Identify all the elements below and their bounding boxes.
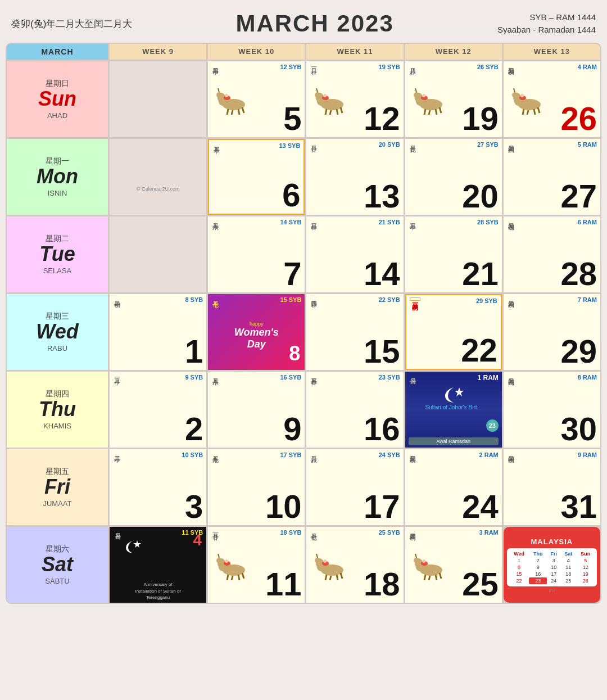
womens-label: Women's: [234, 327, 279, 338]
cell-fri-w9: 二月十二 10 SYB 3: [110, 449, 206, 525]
mini-cell: 22: [509, 577, 529, 584]
cell-wed-w9: 二月初十 8 SYB 1: [110, 294, 206, 370]
day-english-monday: Mon: [37, 166, 78, 187]
svg-point-25: [414, 92, 419, 98]
day-malay-sunday: AHAD: [47, 111, 67, 120]
cell-tue-w13: 闰二月初七 6 RAM 28: [504, 216, 600, 292]
cell-wed-w13: 闰二月初八 7 RAM 29: [504, 294, 600, 370]
date-num-tue-w13: 28: [507, 258, 597, 290]
date-num-wed-w10: 8: [289, 342, 300, 365]
svg-line-61: [325, 575, 327, 580]
mini-cell: 5: [576, 557, 595, 564]
cell-wed-w12: 闰二月初一 29 SYB 22: [405, 294, 502, 370]
cell-sat-w11: 二月廿七 25 SYB: [306, 527, 403, 603]
cell-sun-w11: 二月廿一 19 SYB: [306, 61, 403, 137]
svg-point-60: [315, 558, 320, 563]
cell-mon-w11: 二月廿二 20 SYB 13: [306, 139, 403, 215]
cell-thu-w12-sultan: 闰二月初二 1 RAM Sultan of Johor's Birt... 23…: [405, 372, 502, 448]
mini-calendar: Wed Thu Fri Sat Sun 1 2 3 4: [507, 548, 597, 586]
date-num-sat-w12: 25: [448, 568, 499, 600]
ram-mon-w13: 5 RAM: [516, 141, 597, 148]
header: 癸卯(兔)年二月大至闰二月大 MARCH 2023 SYB – RAM 1444…: [6, 6, 601, 43]
day-malay-thursday: KHAMIS: [43, 422, 71, 430]
ram-thu-w13: 8 RAM: [516, 374, 597, 381]
ram-sat-w12: 3 RAM: [418, 529, 499, 536]
svg-point-67: [323, 559, 327, 563]
ram-tue-w13: 6 RAM: [516, 219, 597, 225]
womens-day-label: Day: [247, 338, 266, 350]
cal2u-label: 2U: [549, 588, 555, 593]
svg-line-6: [238, 109, 239, 115]
date-num-mon-w10: 6: [212, 179, 300, 211]
svg-line-18: [341, 107, 342, 113]
syb-tue-w12: 28 SYB: [418, 219, 499, 225]
svg-point-43: [520, 94, 524, 97]
syb-mon-w10: 13 SYB: [221, 142, 300, 149]
svg-line-51: [232, 576, 233, 580]
day-malay-wednesday: RABU: [47, 344, 67, 353]
svg-line-5: [232, 110, 233, 115]
sultan-date-badge: 23: [486, 419, 499, 432]
syb-ram-label: SYB – RAM 1444: [497, 11, 596, 24]
date-num-thu-w11: 16: [310, 413, 400, 445]
horse-icon-sun-w13: [507, 88, 546, 116]
svg-line-28: [436, 109, 437, 115]
mini-col-wed: Wed: [509, 550, 529, 557]
day-label-friday: 星期五 Fri JUMAAT: [7, 449, 108, 525]
cell-fri-w10: 二月十九 17 SYB 10: [208, 449, 305, 525]
cell-thu-w10: 二月十八 16 SYB 9: [208, 372, 305, 448]
cell-wed-w11: 二月廿四 22 SYB 15: [306, 294, 403, 370]
calendar-grid: MARCH WEEK 9 WEEK 10 WEEK 11 WEEK 12 WEE…: [6, 43, 601, 604]
day-malay-tuesday: SELASA: [43, 267, 72, 275]
mini-cell: 1: [509, 557, 529, 564]
date-num-mon-w12: 20: [409, 180, 499, 213]
horse-icon-sat-w11: [310, 553, 349, 581]
svg-line-75: [440, 573, 441, 579]
happy-label: happy: [250, 321, 264, 327]
terengganu-event-label: Anniversary ofInstallation of Sultan ofT…: [113, 581, 203, 600]
cell-sat-w9-terengganu: 二月初十 11 SYB 4 Anniversary ofInstallation…: [110, 527, 206, 603]
mini-cell: 24: [547, 577, 560, 584]
ram-wed-w13: 7 RAM: [516, 296, 597, 303]
mini-col-sat: Sat: [560, 550, 576, 557]
svg-point-49: [216, 558, 222, 563]
svg-line-30: [415, 88, 416, 92]
svg-line-65: [316, 554, 318, 558]
mini-cell: 11: [560, 564, 576, 571]
syb-wed-w11: 22 SYB: [319, 296, 400, 303]
syb-sun-w10: 12 SYB: [220, 64, 301, 70]
horse-icon-sun-w10: [211, 88, 251, 116]
svg-point-32: [422, 94, 425, 97]
horse-icon-sun-w11: [310, 88, 349, 116]
mini-cell: 12: [576, 564, 595, 571]
cell-tue-w9: [110, 216, 206, 292]
day-malay-saturday: SABTU: [45, 577, 69, 585]
day-label-wednesday: 星期三 Wed RABU: [7, 294, 108, 370]
date-num-sun-w13: 26: [546, 102, 597, 135]
cell-mon-w10: 二月十五 13 SYB 6: [208, 139, 305, 215]
horse-icon-sat-w12: [409, 553, 448, 581]
cell-fri-w12: 闰二月初三 2 RAM 24: [405, 449, 502, 525]
syb-mon-w12: 27 SYB: [418, 141, 499, 148]
date-num-fri-w13: 31: [507, 490, 597, 523]
date-num-sun-w10: 5: [251, 102, 301, 135]
date-num-tue-w11: 14: [310, 258, 400, 290]
col-header-march: MARCH: [7, 44, 108, 60]
svg-line-52: [238, 575, 239, 580]
cell-mon-w13: 闰二月初六 5 RAM 27: [504, 139, 600, 215]
day-malay-friday: JUMAAT: [43, 499, 71, 508]
syb-wed-w10: 15 SYB: [280, 296, 301, 303]
syb-thu-w9: 9 SYB: [122, 374, 203, 381]
mini-col-sun: Sun: [576, 550, 595, 557]
svg-line-54: [218, 554, 219, 558]
syb-sat-w11: 25 SYB: [319, 529, 400, 536]
svg-line-17: [337, 109, 338, 115]
svg-line-72: [424, 575, 425, 580]
ram-thu-w12: 1 RAM: [477, 374, 498, 382]
svg-point-56: [225, 559, 228, 563]
copyright-label: © Calendar2U.com: [113, 186, 203, 192]
date-num-fri-w12: 24: [409, 490, 499, 523]
col-header-week10: WEEK 10: [208, 44, 305, 60]
svg-line-74: [436, 575, 437, 580]
svg-line-8: [218, 88, 219, 92]
